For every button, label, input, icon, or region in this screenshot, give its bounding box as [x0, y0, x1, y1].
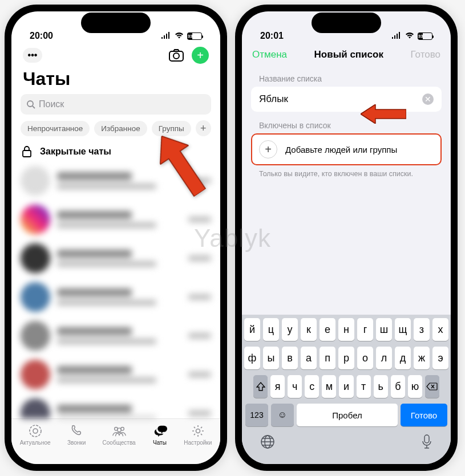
chip-favorites[interactable]: Избранное — [94, 121, 147, 136]
key[interactable]: ф — [244, 347, 260, 369]
wifi-icon — [405, 31, 415, 41]
avatar — [21, 360, 50, 389]
submit-key[interactable]: Готово — [401, 404, 447, 426]
keyboard-footer — [244, 430, 448, 462]
key[interactable]: в — [282, 347, 298, 369]
key[interactable]: е — [320, 318, 335, 341]
emoji-icon: ☺ — [278, 410, 287, 420]
cancel-button[interactable]: Отмена — [252, 49, 287, 60]
svg-rect-3 — [23, 150, 31, 157]
search-icon — [26, 100, 35, 109]
key[interactable]: н — [338, 318, 354, 341]
chat-item[interactable] — [11, 394, 220, 418]
key[interactable]: б — [391, 375, 405, 398]
tab-calls[interactable]: Звонки — [67, 424, 86, 446]
new-chat-button[interactable]: + — [192, 47, 209, 64]
mic-icon — [421, 434, 432, 449]
more-button[interactable]: ••• — [23, 48, 42, 63]
key[interactable]: и — [339, 375, 353, 398]
chip-unread[interactable]: Непрочитанное — [21, 121, 90, 136]
status-icons: 33 — [391, 31, 432, 41]
key[interactable]: р — [338, 347, 354, 369]
annotation-arrow — [361, 104, 406, 126]
key[interactable]: с — [305, 375, 319, 398]
add-filter-button[interactable]: + — [196, 120, 211, 136]
dynamic-island — [81, 13, 151, 33]
keyboard-row-4: 123 ☺ Пробел Готово — [244, 404, 448, 430]
locked-chats-label: Закрытые чаты — [40, 147, 111, 157]
key[interactable]: ш — [376, 318, 392, 341]
numbers-key[interactable]: 123 — [245, 404, 268, 426]
key[interactable]: я — [270, 375, 285, 398]
key[interactable]: о — [357, 347, 373, 369]
add-people-button[interactable]: + Добавьте людей или группы — [251, 133, 442, 165]
avatar — [21, 166, 50, 196]
keyboard-row-2: ф ы в а п р о л д ж э — [244, 347, 448, 369]
list-name-input[interactable]: Яблык ✕ — [251, 87, 442, 112]
backspace-key[interactable] — [425, 375, 439, 398]
key[interactable]: э — [432, 347, 448, 369]
chat-item[interactable] — [11, 278, 220, 316]
shift-key[interactable] — [253, 375, 268, 398]
tab-settings[interactable]: Настройки — [184, 424, 212, 446]
svg-rect-12 — [424, 435, 429, 443]
key[interactable]: г — [357, 318, 373, 341]
backspace-icon — [426, 383, 438, 390]
camera-button[interactable] — [168, 48, 185, 62]
chats-icon — [152, 424, 167, 438]
name-section-label: Название списка — [242, 65, 451, 87]
svg-point-1 — [173, 53, 179, 59]
svg-point-5 — [33, 429, 38, 433]
status-time: 20:00 — [30, 31, 53, 41]
key[interactable]: ж — [414, 347, 430, 369]
key[interactable]: п — [320, 347, 335, 369]
key[interactable]: л — [376, 347, 392, 369]
status-time: 20:01 — [260, 31, 284, 41]
keyboard-row-3: я ч с м и т ь б ю — [244, 375, 448, 398]
chat-item[interactable] — [11, 355, 220, 394]
updates-icon — [28, 424, 43, 438]
battery-icon: 33 — [187, 32, 202, 40]
chat-item[interactable] — [11, 200, 220, 239]
privacy-hint: Только вы видите, кто включен в ваши спи… — [242, 165, 451, 182]
key[interactable]: ч — [288, 375, 302, 398]
clear-button[interactable]: ✕ — [422, 93, 434, 105]
lock-icon — [21, 146, 33, 157]
space-key[interactable]: Пробел — [297, 404, 398, 426]
chat-item[interactable] — [11, 316, 220, 355]
key[interactable]: д — [395, 347, 411, 369]
chat-item[interactable] — [11, 239, 220, 278]
key[interactable]: ю — [408, 375, 422, 398]
list-name-value: Яблык — [259, 93, 288, 105]
tab-communities[interactable]: Сообщества — [103, 424, 136, 446]
filter-chips: Непрочитанное Избранное Группы + — [11, 120, 220, 142]
avatar — [21, 282, 50, 312]
key[interactable]: х — [432, 318, 448, 341]
svg-point-2 — [27, 101, 33, 107]
wifi-icon — [174, 31, 184, 41]
key[interactable]: з — [414, 318, 430, 341]
tab-updates[interactable]: Актуальное — [20, 424, 51, 446]
key[interactable]: й — [244, 318, 260, 341]
search-placeholder: Поиск — [39, 99, 64, 109]
tab-chats[interactable]: Чаты — [152, 424, 167, 446]
key[interactable]: а — [301, 347, 317, 369]
keyboard-row-1: й ц у к е н г ш щ з х — [244, 318, 448, 341]
x-icon: ✕ — [424, 95, 431, 104]
status-icons: 33 — [161, 31, 202, 41]
key[interactable]: ь — [374, 375, 388, 398]
key[interactable]: м — [322, 375, 336, 398]
camera-icon — [169, 49, 184, 62]
key[interactable]: т — [357, 375, 371, 398]
plus-icon: + — [200, 123, 207, 135]
mic-key[interactable] — [421, 434, 432, 451]
emoji-key[interactable]: ☺ — [271, 404, 294, 426]
key[interactable]: ц — [263, 318, 279, 341]
key[interactable]: щ — [395, 318, 411, 341]
key[interactable]: у — [282, 318, 298, 341]
search-input[interactable]: Поиск — [21, 94, 211, 115]
key[interactable]: ы — [263, 347, 279, 369]
done-button[interactable]: Готово — [410, 49, 440, 60]
key[interactable]: к — [301, 318, 317, 341]
globe-key[interactable] — [260, 434, 275, 451]
